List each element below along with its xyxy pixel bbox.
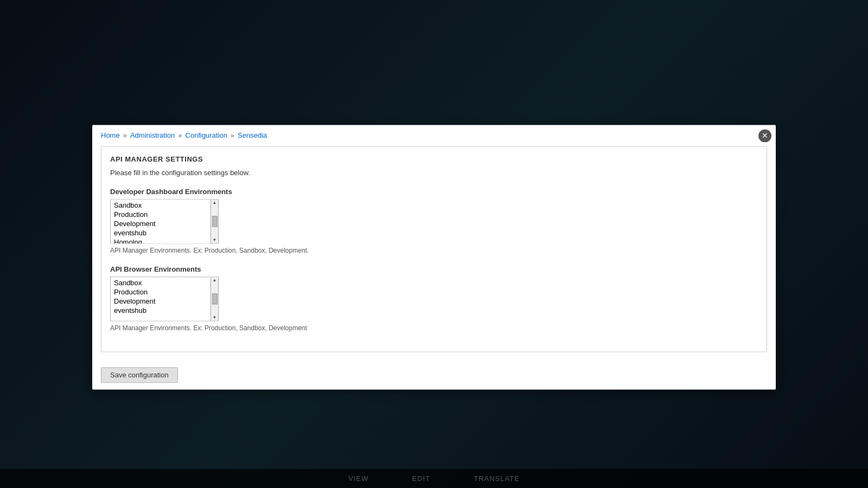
modal-overlay — [0, 0, 868, 68]
